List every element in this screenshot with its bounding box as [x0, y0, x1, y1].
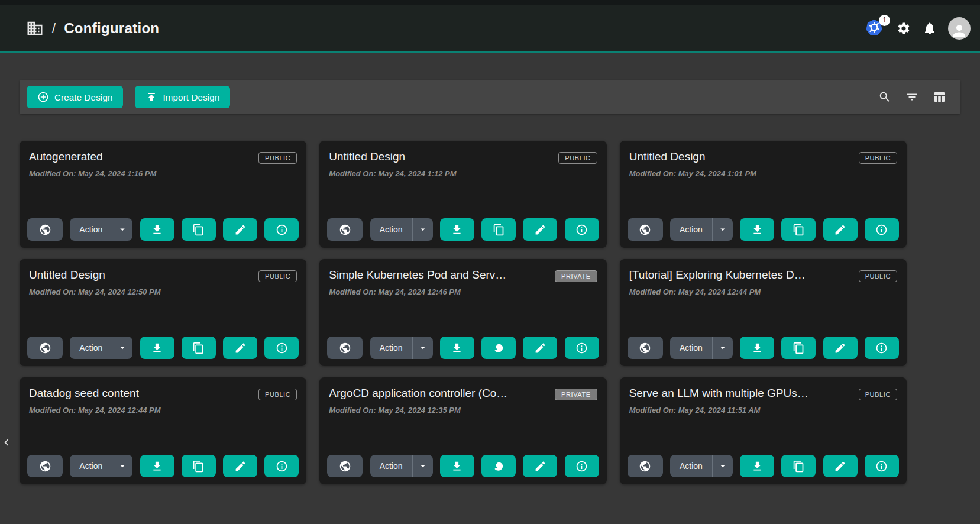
chevron-down-icon[interactable]	[413, 461, 433, 471]
chevron-down-icon[interactable]	[713, 342, 733, 353]
search-icon[interactable]	[878, 90, 892, 104]
download-button[interactable]	[740, 218, 774, 241]
filter-icon[interactable]	[905, 90, 919, 104]
copy-icon	[793, 342, 805, 354]
copy-icon	[793, 460, 805, 473]
action-button-label: Action	[370, 225, 412, 234]
action-dropdown-button[interactable]: Action	[670, 455, 733, 477]
visibility-badge: PUBLIC	[859, 389, 897, 400]
card-title: Untitled Design	[629, 150, 706, 163]
cards-grid: Autogenerated PUBLIC Modified On: May 24…	[20, 141, 907, 484]
notifications-bell-icon[interactable]	[922, 21, 937, 36]
card-actions: Action	[327, 337, 599, 359]
import-design-button[interactable]: Import Design	[135, 86, 230, 108]
clone-button[interactable]	[481, 218, 516, 241]
globe-icon	[39, 460, 51, 473]
action-dropdown-button[interactable]: Action	[70, 455, 132, 477]
action-dropdown-button[interactable]: Action	[70, 218, 132, 241]
action-dropdown-button[interactable]: Action	[70, 337, 132, 359]
visibility-globe-button[interactable]	[327, 337, 363, 359]
clone-button[interactable]	[182, 337, 216, 359]
pencil-icon	[834, 342, 846, 354]
kanvas-button[interactable]	[481, 337, 516, 359]
info-icon	[575, 460, 588, 473]
clone-button[interactable]	[781, 218, 816, 241]
user-avatar[interactable]	[948, 17, 971, 40]
action-dropdown-button[interactable]: Action	[370, 218, 433, 241]
action-dropdown-button[interactable]: Action	[370, 337, 433, 359]
download-icon	[751, 224, 764, 236]
visibility-globe-button[interactable]	[628, 337, 663, 359]
chevron-down-icon[interactable]	[112, 342, 132, 353]
action-button-label: Action	[670, 343, 712, 352]
info-button[interactable]	[565, 455, 599, 477]
card-actions: Action	[628, 218, 899, 241]
visibility-badge: PRIVATE	[555, 270, 597, 282]
building-logo-icon[interactable]	[26, 20, 44, 37]
action-dropdown-button[interactable]: Action	[670, 218, 733, 241]
edit-button[interactable]	[823, 218, 858, 241]
info-button[interactable]	[865, 455, 899, 477]
kubernetes-context-icon[interactable]: 1	[864, 18, 885, 38]
edit-button[interactable]	[823, 455, 858, 477]
action-dropdown-button[interactable]: Action	[370, 455, 433, 477]
visibility-globe-button[interactable]	[27, 455, 63, 477]
chevron-down-icon[interactable]	[112, 224, 132, 235]
edit-button[interactable]	[223, 337, 257, 359]
edit-button[interactable]	[823, 337, 858, 359]
info-icon	[276, 342, 288, 354]
download-button[interactable]	[740, 337, 774, 359]
info-button[interactable]	[865, 218, 899, 241]
visibility-globe-button[interactable]	[628, 455, 663, 477]
drawer-collapse-chevron-icon[interactable]	[0, 435, 13, 450]
clone-button[interactable]	[182, 455, 216, 477]
info-button[interactable]	[264, 218, 299, 241]
download-icon	[151, 460, 163, 473]
visibility-globe-button[interactable]	[327, 455, 363, 477]
download-button[interactable]	[140, 455, 174, 477]
visibility-globe-button[interactable]	[327, 218, 363, 241]
download-button[interactable]	[440, 218, 474, 241]
download-button[interactable]	[740, 455, 774, 477]
info-button[interactable]	[264, 337, 299, 359]
pencil-icon	[834, 460, 846, 473]
table-view-icon[interactable]	[932, 90, 946, 104]
action-button-label: Action	[370, 461, 412, 471]
pencil-icon	[234, 342, 247, 354]
download-button[interactable]	[140, 337, 174, 359]
info-icon	[575, 224, 588, 236]
kanvas-button[interactable]	[481, 455, 516, 477]
edit-button[interactable]	[223, 218, 257, 241]
clone-button[interactable]	[781, 455, 816, 477]
chevron-down-icon[interactable]	[413, 342, 433, 353]
info-button[interactable]	[264, 455, 299, 477]
info-button[interactable]	[565, 218, 599, 241]
chevron-down-icon[interactable]	[713, 461, 733, 471]
edit-button[interactable]	[223, 455, 257, 477]
action-button-label: Action	[670, 461, 712, 471]
copy-icon	[493, 224, 505, 236]
download-button[interactable]	[140, 218, 174, 241]
edit-button[interactable]	[523, 218, 557, 241]
info-icon	[276, 460, 288, 473]
visibility-globe-button[interactable]	[27, 218, 63, 241]
info-button[interactable]	[565, 337, 599, 359]
card-actions: Action	[327, 218, 599, 241]
header-actions: 1	[864, 17, 971, 40]
clone-button[interactable]	[781, 337, 816, 359]
visibility-globe-button[interactable]	[27, 337, 63, 359]
edit-button[interactable]	[523, 337, 557, 359]
edit-button[interactable]	[523, 455, 557, 477]
chevron-down-icon[interactable]	[713, 224, 733, 235]
visibility-globe-button[interactable]	[628, 218, 663, 241]
action-dropdown-button[interactable]: Action	[670, 337, 733, 359]
chevron-down-icon[interactable]	[413, 224, 433, 235]
clone-button[interactable]	[182, 218, 216, 241]
settings-gear-icon[interactable]	[896, 21, 911, 36]
app-header: / Configuration 1	[0, 5, 980, 53]
info-button[interactable]	[865, 337, 899, 359]
download-button[interactable]	[440, 337, 474, 359]
download-button[interactable]	[440, 455, 474, 477]
chevron-down-icon[interactable]	[112, 461, 132, 471]
create-design-button[interactable]: Create Design	[27, 86, 123, 108]
